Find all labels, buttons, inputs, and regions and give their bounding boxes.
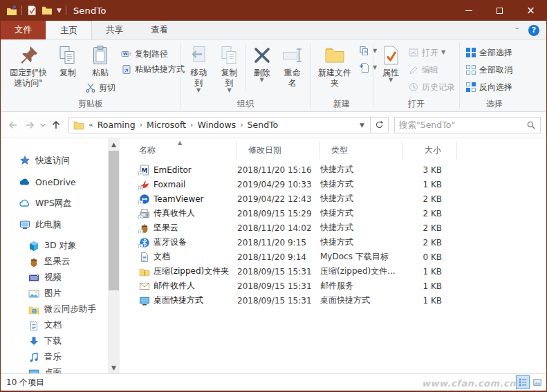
edit-button[interactable]: 编辑 xyxy=(405,62,458,77)
scrollbar-thumb[interactable] xyxy=(109,151,119,290)
address-dropdown-chevron-icon[interactable]: ▼ xyxy=(357,122,367,129)
file-row[interactable]: 桌面快捷方式2018/09/15 15:31桌面快捷方式1 KB xyxy=(128,293,546,308)
select-all-button[interactable]: 全部选择 xyxy=(463,45,515,60)
copy-button[interactable]: 复制 xyxy=(53,42,82,80)
sidebar-item-folder-sync[interactable]: 微云同步助手 xyxy=(1,301,108,317)
file-list-area: ▲ 名称 修改日期 类型 大小 MEmEditor2018/11/20 15:1… xyxy=(120,138,546,373)
sidebar-item-label: 坚果云 xyxy=(44,256,71,268)
help-icon[interactable]: ? xyxy=(528,25,539,36)
file-name: 桌面快捷方式 xyxy=(154,295,203,306)
file-row[interactable]: Foxmail2019/04/29 10:33快捷方式1 KB xyxy=(128,177,546,192)
delete-x-icon xyxy=(251,44,273,66)
file-row[interactable]: 传真收件人2018/09/15 15:29快捷方式2 KB xyxy=(128,206,546,221)
rename-icon xyxy=(281,44,304,66)
select-none-button[interactable]: 全部取消 xyxy=(463,62,515,77)
rename-button[interactable]: 重命名 xyxy=(278,42,307,91)
tab-file[interactable]: 文件 xyxy=(1,21,46,39)
scroll-up-icon[interactable]: ▲ xyxy=(108,138,120,150)
details-view-button[interactable] xyxy=(517,376,529,389)
file-date: 2018/11/20 15:16 xyxy=(237,165,320,175)
tab-share[interactable]: 共享 xyxy=(92,21,137,39)
sidebar-item-doc[interactable]: 文档 xyxy=(1,317,108,333)
sidebar-item-music[interactable]: 音乐 xyxy=(1,349,108,365)
sidebar-item-download[interactable]: 下载 xyxy=(1,333,108,349)
file-date: 2019/04/22 12:43 xyxy=(237,194,320,204)
search-icon[interactable] xyxy=(526,120,536,130)
window-title: SendTo xyxy=(73,6,106,16)
sidebar-item-star[interactable]: 快速访问 xyxy=(1,152,108,169)
search-box[interactable] xyxy=(394,117,541,133)
file-date: 2018/11/20 9:15 xyxy=(237,238,320,248)
new-folder-button[interactable]: 新建文件夹 xyxy=(313,42,356,91)
breadcrumb-chevron-icon[interactable]: › xyxy=(239,120,244,129)
cloud-blue-icon xyxy=(19,176,30,187)
new-folder-icon[interactable] xyxy=(41,5,53,16)
breadcrumb-item[interactable]: Microsoft xyxy=(144,120,189,130)
search-input[interactable] xyxy=(399,120,526,130)
invert-selection-button[interactable]: 反向选择 xyxy=(463,80,515,95)
recent-locations-chevron-icon[interactable] xyxy=(38,117,48,133)
tab-view[interactable]: 查看 xyxy=(137,21,182,39)
file-row[interactable]: TeamViewer2019/04/22 12:43快捷方式2 KB xyxy=(128,192,546,206)
properties-button[interactable]: 属性▼ xyxy=(376,42,405,84)
file-row[interactable]: 文档2018/11/20 9:14MyDocs 下载目标0 KB xyxy=(128,250,546,264)
sidebar-item-cloud-blue[interactable]: OneDrive xyxy=(1,174,108,190)
move-to-button[interactable]: 移动到▼ xyxy=(184,42,213,95)
sidebar-item-pc[interactable]: 此电脑 xyxy=(1,216,108,233)
file-row[interactable]: 坚果云2018/11/20 14:02快捷方式2 KB xyxy=(128,221,546,235)
copy-to-button[interactable]: 复制到▼ xyxy=(214,42,243,95)
history-button[interactable]: 历史记录 xyxy=(405,80,458,95)
copy-path-button[interactable]: W 复制路径 xyxy=(118,46,187,62)
refresh-button[interactable] xyxy=(371,117,389,133)
minimize-button[interactable] xyxy=(453,0,484,21)
column-header-name[interactable]: 名称 xyxy=(128,141,237,159)
back-icon[interactable] xyxy=(5,117,21,133)
explorer-window: ▼ SendTo × 文件 主页 共享 查看 ⌃ ? 固定到"快速访问" xyxy=(0,0,547,392)
breadcrumb-item[interactable]: SendTo xyxy=(245,120,281,130)
tab-home[interactable]: 主页 xyxy=(46,21,92,39)
sidebar-item-desktop[interactable]: 桌面 xyxy=(1,365,108,373)
file-row[interactable]: MEmEditor2018/11/20 15:16快捷方式3 KB xyxy=(128,162,546,177)
select-all-icon xyxy=(465,47,476,58)
qat-customize-chevron-icon[interactable]: ▼ xyxy=(57,7,62,14)
file-type: 快捷方式 xyxy=(320,236,403,248)
column-header-type[interactable]: 类型 xyxy=(320,141,403,159)
breadcrumb-chevron-icon[interactable]: › xyxy=(138,120,144,129)
breadcrumb-item[interactable]: Windows xyxy=(194,120,239,130)
maximize-button[interactable] xyxy=(484,0,515,21)
column-header-date[interactable]: 修改日期 xyxy=(237,141,320,159)
folder-up-icon[interactable] xyxy=(6,5,17,16)
shortcut-arrow-icon xyxy=(138,171,143,176)
breadcrumb-item[interactable]: Roaming xyxy=(95,120,138,130)
acorn-icon xyxy=(28,256,39,268)
collapse-ribbon-icon[interactable]: ⌃ xyxy=(514,26,520,34)
delete-button[interactable]: 删除▼ xyxy=(248,42,277,84)
file-date: 2018/11/20 14:02 xyxy=(237,223,320,233)
close-button[interactable]: × xyxy=(515,0,546,21)
sidebar-item-cloud-outline[interactable]: WPS网盘 xyxy=(1,195,108,212)
file-name: 蓝牙设备 xyxy=(154,236,187,248)
scroll-down-icon[interactable]: ▼ xyxy=(108,362,120,373)
forward-icon[interactable] xyxy=(21,117,38,133)
open-button[interactable]: 打开▼ xyxy=(405,45,458,60)
sidebar-scrollbar[interactable]: ▲ ▼ xyxy=(108,138,120,373)
sidebar-item-cube[interactable]: 3D 对象 xyxy=(1,238,108,254)
column-header-size[interactable]: 大小 xyxy=(403,141,457,159)
sidebar-item-picture[interactable]: 图片 xyxy=(1,286,108,301)
paste-shortcut-button[interactable]: 粘贴快捷方式 xyxy=(118,62,187,77)
breadcrumb-collapse-chevron[interactable]: « xyxy=(87,120,95,129)
file-row[interactable]: 邮件收件人2018/09/15 15:31邮件服务1 KB xyxy=(128,279,546,293)
pin-to-quick-access-button[interactable]: 固定到"快速访问" xyxy=(3,42,53,91)
sidebar-item-video[interactable]: 视频 xyxy=(1,270,108,286)
file-row[interactable]: 压缩(zipped)文件夹2018/09/15 15:31压缩(zipped)文… xyxy=(128,264,546,279)
doc-icon xyxy=(28,320,39,331)
thumbnails-view-button[interactable] xyxy=(531,376,544,389)
address-bar[interactable]: «Roaming›Microsoft›Windows›SendTo ▼ xyxy=(68,117,371,133)
cut-button[interactable]: 剪切 xyxy=(82,80,118,95)
properties-icon[interactable] xyxy=(26,5,37,16)
up-icon[interactable] xyxy=(48,117,64,133)
paste-button[interactable]: 粘贴 xyxy=(82,42,118,80)
sidebar-item-acorn[interactable]: 坚果云 xyxy=(1,254,108,270)
breadcrumb-chevron-icon[interactable]: › xyxy=(189,120,194,129)
file-row[interactable]: 蓝牙设备2018/11/20 9:15快捷方式2 KB xyxy=(128,235,546,250)
